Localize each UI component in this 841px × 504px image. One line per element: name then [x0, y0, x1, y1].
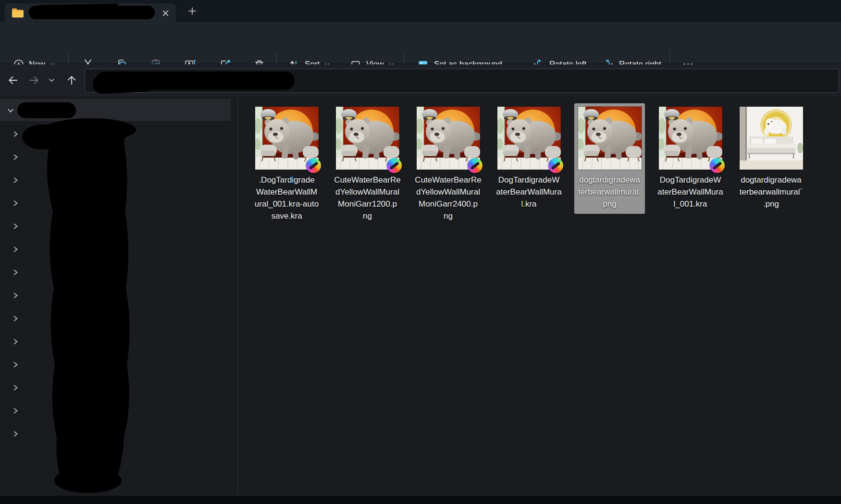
krita-paintbrush-badge-icon	[306, 158, 321, 173]
file-thumbnail	[578, 107, 642, 170]
navigation-bar	[0, 64, 841, 96]
file-name: DogTardigradeWaterBearWallMura l.kra	[494, 174, 564, 214]
chevron-down-icon	[49, 78, 55, 82]
file-item[interactable]: dogtardigradewaterbearwallmural` .png	[736, 103, 806, 214]
file-name: DogTardigradeWaterBearWallMura l_001.kra	[655, 174, 726, 214]
file-thumbnail	[417, 107, 480, 170]
back-button[interactable]	[4, 71, 22, 89]
file-thumbnail	[255, 107, 319, 170]
file-item[interactable]: CuteWaterBearRedYellowWallMural MoniGarr…	[332, 103, 403, 226]
navigation-pane	[0, 96, 237, 496]
forward-arrow-icon	[29, 75, 39, 86]
close-icon	[162, 10, 169, 17]
folder-icon	[12, 8, 24, 18]
new-tab-button[interactable]	[186, 5, 198, 17]
file-explorer-window: New	[0, 0, 841, 504]
file-name: .DogTardigradeWaterBearWallM ural_001.kr…	[251, 174, 322, 226]
close-tab-button[interactable]	[161, 8, 170, 18]
up-arrow-icon	[66, 75, 77, 86]
redaction-scribble-tab-title	[29, 6, 155, 19]
command-bar: New	[0, 22, 841, 64]
file-item[interactable]: DogTardigradeWaterBearWallMura l.kra	[494, 103, 564, 214]
file-name: dogtardigradewaterbearwallmural` .png	[736, 174, 806, 214]
file-thumbnail	[659, 107, 722, 170]
plus-icon	[188, 7, 197, 15]
krita-paintbrush-badge-icon	[548, 158, 563, 173]
redaction-scribble-address	[96, 72, 295, 90]
file-item-selected[interactable]: dogtardigradewaterbearwallmural. png	[574, 103, 645, 214]
file-thumbnail	[336, 107, 399, 170]
redaction-scribble-tree	[9, 115, 158, 496]
chevron-down-icon	[7, 107, 14, 114]
window-bottom-edge	[0, 496, 841, 504]
file-item[interactable]: CuteWaterBearRedYellowWallMural MoniGarr…	[413, 103, 483, 226]
up-button[interactable]	[62, 71, 81, 89]
content-area: .DogTardigradeWaterBearWallM ural_001.kr…	[0, 96, 841, 496]
file-item[interactable]: DogTardigradeWaterBearWallMura l_001.kra	[655, 103, 726, 214]
mural-thumbnail-image	[578, 107, 642, 170]
address-bar[interactable]	[85, 69, 839, 93]
back-arrow-icon	[8, 75, 18, 86]
forward-button[interactable]	[25, 71, 43, 89]
pane-divider[interactable]	[237, 96, 238, 496]
file-name: dogtardigradewaterbearwallmural. png	[574, 174, 645, 214]
krita-paintbrush-badge-icon	[468, 158, 482, 173]
file-item[interactable]: .DogTardigradeWaterBearWallM ural_001.kr…	[251, 103, 322, 226]
polar-bear-thumbnail-image	[740, 107, 803, 170]
explorer-tab[interactable]	[5, 3, 176, 22]
file-thumbnail	[740, 107, 803, 170]
file-name: CuteWaterBearRedYellowWallMural MoniGarr…	[332, 174, 403, 226]
recent-locations-button[interactable]	[44, 71, 59, 89]
tab-strip	[0, 0, 841, 22]
file-name: CuteWaterBearRedYellowWallMural MoniGarr…	[413, 174, 483, 226]
krita-paintbrush-badge-icon	[387, 158, 402, 173]
krita-paintbrush-badge-icon	[710, 158, 725, 173]
file-thumbnail	[497, 107, 561, 170]
